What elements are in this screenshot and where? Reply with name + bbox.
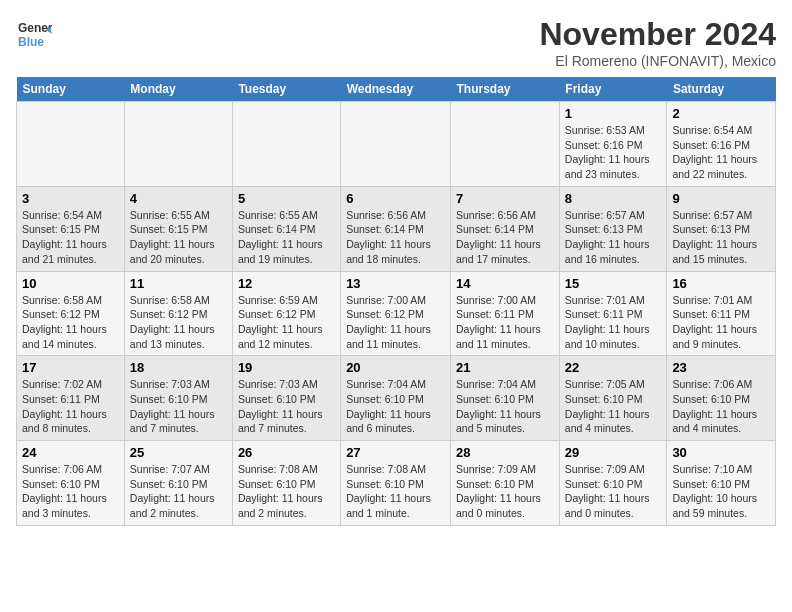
day-number: 4 <box>130 191 227 206</box>
day-number: 30 <box>672 445 770 460</box>
calendar-cell: 10Sunrise: 6:58 AM Sunset: 6:12 PM Dayli… <box>17 271 125 356</box>
day-info: Sunrise: 7:08 AM Sunset: 6:10 PM Dayligh… <box>238 462 335 521</box>
day-info: Sunrise: 7:04 AM Sunset: 6:10 PM Dayligh… <box>346 377 445 436</box>
logo-svg: General Blue <box>16 16 52 52</box>
calendar-week-5: 24Sunrise: 7:06 AM Sunset: 6:10 PM Dayli… <box>17 441 776 526</box>
calendar-header-sunday: Sunday <box>17 77 125 102</box>
calendar-header-friday: Friday <box>559 77 667 102</box>
calendar-header-saturday: Saturday <box>667 77 776 102</box>
calendar-week-2: 3Sunrise: 6:54 AM Sunset: 6:15 PM Daylig… <box>17 186 776 271</box>
calendar-cell: 7Sunrise: 6:56 AM Sunset: 6:14 PM Daylig… <box>451 186 560 271</box>
calendar-cell: 17Sunrise: 7:02 AM Sunset: 6:11 PM Dayli… <box>17 356 125 441</box>
calendar-cell: 25Sunrise: 7:07 AM Sunset: 6:10 PM Dayli… <box>124 441 232 526</box>
day-number: 22 <box>565 360 662 375</box>
logo: General Blue <box>16 16 52 52</box>
day-number: 16 <box>672 276 770 291</box>
calendar-cell: 14Sunrise: 7:00 AM Sunset: 6:11 PM Dayli… <box>451 271 560 356</box>
calendar-cell: 8Sunrise: 6:57 AM Sunset: 6:13 PM Daylig… <box>559 186 667 271</box>
calendar-cell: 13Sunrise: 7:00 AM Sunset: 6:12 PM Dayli… <box>341 271 451 356</box>
calendar-cell: 28Sunrise: 7:09 AM Sunset: 6:10 PM Dayli… <box>451 441 560 526</box>
day-info: Sunrise: 7:03 AM Sunset: 6:10 PM Dayligh… <box>130 377 227 436</box>
calendar-cell: 12Sunrise: 6:59 AM Sunset: 6:12 PM Dayli… <box>232 271 340 356</box>
day-info: Sunrise: 6:58 AM Sunset: 6:12 PM Dayligh… <box>22 293 119 352</box>
day-info: Sunrise: 6:55 AM Sunset: 6:14 PM Dayligh… <box>238 208 335 267</box>
calendar-cell: 11Sunrise: 6:58 AM Sunset: 6:12 PM Dayli… <box>124 271 232 356</box>
day-number: 9 <box>672 191 770 206</box>
day-number: 1 <box>565 106 662 121</box>
title-block: November 2024 El Romereno (INFONAVIT), M… <box>539 16 776 69</box>
day-number: 12 <box>238 276 335 291</box>
day-info: Sunrise: 7:03 AM Sunset: 6:10 PM Dayligh… <box>238 377 335 436</box>
calendar-cell: 24Sunrise: 7:06 AM Sunset: 6:10 PM Dayli… <box>17 441 125 526</box>
day-info: Sunrise: 7:07 AM Sunset: 6:10 PM Dayligh… <box>130 462 227 521</box>
day-number: 13 <box>346 276 445 291</box>
calendar-cell: 1Sunrise: 6:53 AM Sunset: 6:16 PM Daylig… <box>559 102 667 187</box>
day-info: Sunrise: 7:01 AM Sunset: 6:11 PM Dayligh… <box>565 293 662 352</box>
day-info: Sunrise: 7:09 AM Sunset: 6:10 PM Dayligh… <box>565 462 662 521</box>
day-number: 5 <box>238 191 335 206</box>
day-info: Sunrise: 7:06 AM Sunset: 6:10 PM Dayligh… <box>672 377 770 436</box>
svg-text:Blue: Blue <box>18 35 44 49</box>
day-number: 25 <box>130 445 227 460</box>
day-info: Sunrise: 6:54 AM Sunset: 6:15 PM Dayligh… <box>22 208 119 267</box>
day-number: 17 <box>22 360 119 375</box>
calendar-cell: 9Sunrise: 6:57 AM Sunset: 6:13 PM Daylig… <box>667 186 776 271</box>
calendar-cell <box>124 102 232 187</box>
calendar-cell: 16Sunrise: 7:01 AM Sunset: 6:11 PM Dayli… <box>667 271 776 356</box>
day-info: Sunrise: 6:55 AM Sunset: 6:15 PM Dayligh… <box>130 208 227 267</box>
day-info: Sunrise: 7:00 AM Sunset: 6:11 PM Dayligh… <box>456 293 554 352</box>
calendar-cell: 3Sunrise: 6:54 AM Sunset: 6:15 PM Daylig… <box>17 186 125 271</box>
calendar-cell: 29Sunrise: 7:09 AM Sunset: 6:10 PM Dayli… <box>559 441 667 526</box>
day-info: Sunrise: 7:02 AM Sunset: 6:11 PM Dayligh… <box>22 377 119 436</box>
calendar-cell: 22Sunrise: 7:05 AM Sunset: 6:10 PM Dayli… <box>559 356 667 441</box>
day-number: 10 <box>22 276 119 291</box>
location-subtitle: El Romereno (INFONAVIT), Mexico <box>539 53 776 69</box>
day-number: 21 <box>456 360 554 375</box>
day-info: Sunrise: 7:05 AM Sunset: 6:10 PM Dayligh… <box>565 377 662 436</box>
day-info: Sunrise: 6:56 AM Sunset: 6:14 PM Dayligh… <box>456 208 554 267</box>
calendar-table: SundayMondayTuesdayWednesdayThursdayFrid… <box>16 77 776 526</box>
day-info: Sunrise: 6:59 AM Sunset: 6:12 PM Dayligh… <box>238 293 335 352</box>
day-number: 11 <box>130 276 227 291</box>
day-number: 18 <box>130 360 227 375</box>
day-number: 2 <box>672 106 770 121</box>
calendar-header-tuesday: Tuesday <box>232 77 340 102</box>
day-number: 3 <box>22 191 119 206</box>
day-info: Sunrise: 6:53 AM Sunset: 6:16 PM Dayligh… <box>565 123 662 182</box>
day-info: Sunrise: 6:54 AM Sunset: 6:16 PM Dayligh… <box>672 123 770 182</box>
calendar-header-monday: Monday <box>124 77 232 102</box>
calendar-cell <box>451 102 560 187</box>
calendar-cell: 2Sunrise: 6:54 AM Sunset: 6:16 PM Daylig… <box>667 102 776 187</box>
day-info: Sunrise: 7:06 AM Sunset: 6:10 PM Dayligh… <box>22 462 119 521</box>
calendar-cell: 26Sunrise: 7:08 AM Sunset: 6:10 PM Dayli… <box>232 441 340 526</box>
calendar-week-4: 17Sunrise: 7:02 AM Sunset: 6:11 PM Dayli… <box>17 356 776 441</box>
day-info: Sunrise: 7:09 AM Sunset: 6:10 PM Dayligh… <box>456 462 554 521</box>
day-info: Sunrise: 7:08 AM Sunset: 6:10 PM Dayligh… <box>346 462 445 521</box>
calendar-cell <box>232 102 340 187</box>
month-title: November 2024 <box>539 16 776 53</box>
day-number: 7 <box>456 191 554 206</box>
calendar-header-row: SundayMondayTuesdayWednesdayThursdayFrid… <box>17 77 776 102</box>
day-number: 23 <box>672 360 770 375</box>
day-info: Sunrise: 6:56 AM Sunset: 6:14 PM Dayligh… <box>346 208 445 267</box>
day-number: 6 <box>346 191 445 206</box>
calendar-cell: 5Sunrise: 6:55 AM Sunset: 6:14 PM Daylig… <box>232 186 340 271</box>
calendar-cell: 23Sunrise: 7:06 AM Sunset: 6:10 PM Dayli… <box>667 356 776 441</box>
day-info: Sunrise: 6:57 AM Sunset: 6:13 PM Dayligh… <box>672 208 770 267</box>
calendar-cell <box>17 102 125 187</box>
day-number: 26 <box>238 445 335 460</box>
calendar-cell: 15Sunrise: 7:01 AM Sunset: 6:11 PM Dayli… <box>559 271 667 356</box>
day-number: 8 <box>565 191 662 206</box>
day-info: Sunrise: 6:57 AM Sunset: 6:13 PM Dayligh… <box>565 208 662 267</box>
day-info: Sunrise: 7:10 AM Sunset: 6:10 PM Dayligh… <box>672 462 770 521</box>
calendar-cell <box>341 102 451 187</box>
day-number: 15 <box>565 276 662 291</box>
calendar-cell: 27Sunrise: 7:08 AM Sunset: 6:10 PM Dayli… <box>341 441 451 526</box>
day-info: Sunrise: 7:01 AM Sunset: 6:11 PM Dayligh… <box>672 293 770 352</box>
day-number: 24 <box>22 445 119 460</box>
day-number: 20 <box>346 360 445 375</box>
day-number: 29 <box>565 445 662 460</box>
calendar-header-wednesday: Wednesday <box>341 77 451 102</box>
day-number: 19 <box>238 360 335 375</box>
day-info: Sunrise: 7:00 AM Sunset: 6:12 PM Dayligh… <box>346 293 445 352</box>
